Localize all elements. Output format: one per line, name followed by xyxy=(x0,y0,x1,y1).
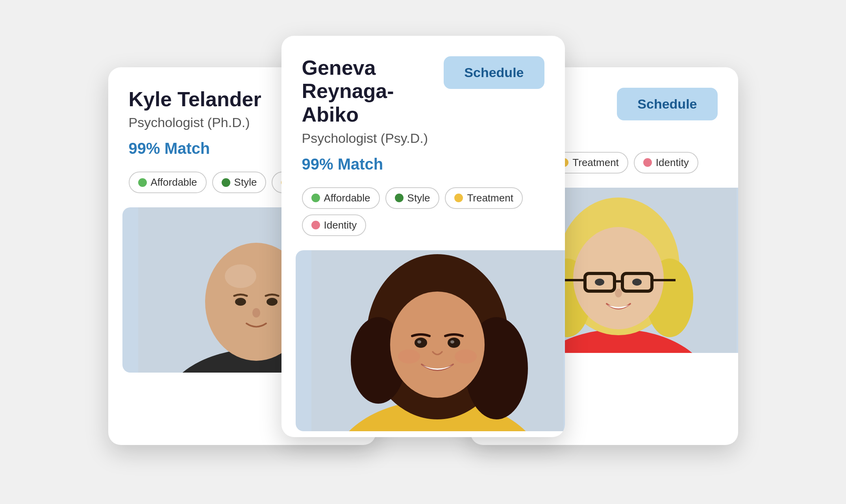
tag-center-identity-label: Identity xyxy=(324,219,357,231)
card-center-name-area: Geneva Reynaga- Abiko Psychologist (Psy.… xyxy=(302,56,436,155)
tag-right-identity: Identity xyxy=(634,152,698,174)
svg-point-4 xyxy=(225,264,256,288)
svg-point-7 xyxy=(252,308,260,318)
dot-treatment-center-icon xyxy=(454,194,463,202)
tag-center-treatment: Treatment xyxy=(445,187,523,209)
card-center-photo xyxy=(296,250,565,431)
svg-point-22 xyxy=(615,289,622,297)
svg-point-34 xyxy=(450,340,454,343)
tag-affordable-label: Affordable xyxy=(151,176,197,188)
svg-point-5 xyxy=(235,298,246,306)
dot-affordable-icon xyxy=(311,194,320,202)
tag-style: Style xyxy=(212,172,267,193)
cards-container: Kyle Telander Psychologist (Ph.D.) 99% M… xyxy=(108,36,738,469)
svg-point-6 xyxy=(267,298,278,306)
dot-style-center-icon xyxy=(395,194,404,202)
svg-point-35 xyxy=(398,349,420,364)
card-center-title: Psychologist (Psy.D.) xyxy=(302,131,436,146)
tag-center-style-label: Style xyxy=(407,192,430,204)
geneva-photo-svg xyxy=(296,250,565,431)
tag-right-treatment-label: Treatment xyxy=(572,157,619,169)
tag-center-style: Style xyxy=(385,187,440,209)
svg-point-14 xyxy=(573,227,664,329)
card-right-schedule-button[interactable]: Schedule xyxy=(617,88,717,120)
svg-point-20 xyxy=(595,279,604,286)
tag-center-identity: Identity xyxy=(302,214,367,236)
tag-center-treatment-label: Treatment xyxy=(467,192,513,204)
tag-center-affordable: Affordable xyxy=(302,187,380,209)
svg-point-33 xyxy=(417,340,421,343)
dot-green-dark-icon xyxy=(222,178,230,187)
card-center-content: Geneva Reynaga- Abiko Psychologist (Psy.… xyxy=(281,36,565,236)
card-center: Geneva Reynaga- Abiko Psychologist (Psy.… xyxy=(281,36,565,437)
card-center-match: 99% Match xyxy=(302,155,544,173)
dot-green-icon xyxy=(138,178,147,187)
tag-style-label: Style xyxy=(234,176,257,188)
svg-point-36 xyxy=(455,349,477,364)
tag-right-identity-label: Identity xyxy=(656,157,689,169)
dot-identity-icon xyxy=(643,158,652,167)
svg-point-30 xyxy=(390,292,485,398)
card-center-name: Geneva Reynaga- Abiko xyxy=(302,56,436,127)
tag-center-affordable-label: Affordable xyxy=(324,192,370,204)
tag-affordable: Affordable xyxy=(129,172,207,193)
svg-point-21 xyxy=(632,279,642,286)
card-center-header: Geneva Reynaga- Abiko Psychologist (Psy.… xyxy=(302,56,544,155)
dot-identity-center-icon xyxy=(311,221,320,229)
card-center-tags: Affordable Style Treatment Identity xyxy=(302,187,544,236)
card-center-schedule-button[interactable]: Schedule xyxy=(444,56,544,89)
